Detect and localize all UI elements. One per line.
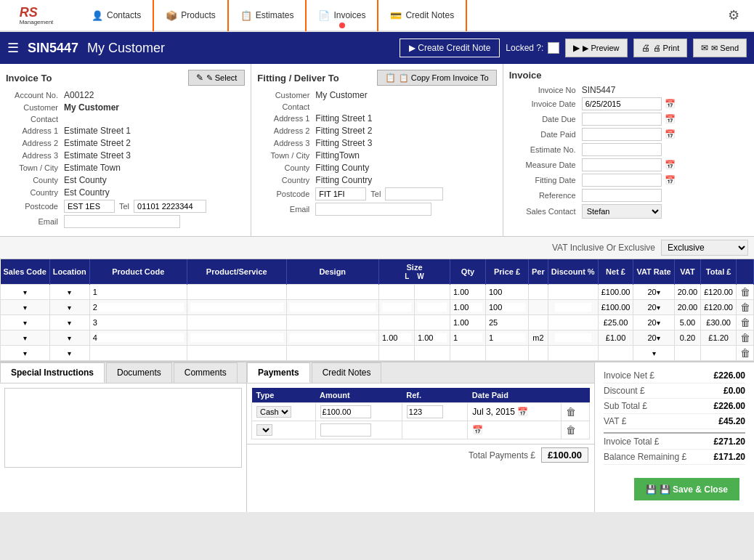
w-input[interactable] <box>418 349 447 357</box>
date-paid-input[interactable] <box>582 128 662 141</box>
product-service-input[interactable] <box>190 333 283 342</box>
product-code-input[interactable] <box>93 349 184 357</box>
vat-rate-chevron[interactable]: ▾ <box>657 334 660 342</box>
fit-postcode-input[interactable] <box>315 187 366 200</box>
copy-from-invoice-button[interactable]: 📋 📋 Copy From Invoice To <box>377 70 497 86</box>
date-due-input[interactable] <box>582 113 662 126</box>
product-code-input[interactable] <box>93 288 184 296</box>
location-chevron[interactable]: ▾ <box>68 349 71 357</box>
tab-special-instructions[interactable]: Special Instructions <box>0 362 105 383</box>
sales-code-chevron[interactable]: ▾ <box>23 349 27 357</box>
preview-button[interactable]: ▶ ▶ Preview <box>565 38 627 57</box>
sales-contact-select[interactable]: Stefan <box>582 204 662 219</box>
settings-icon[interactable]: ⚙ <box>721 7 747 23</box>
nav-credit-notes[interactable]: 💳 Credit Notes <box>378 0 467 31</box>
tab-credit-notes[interactable]: Credit Notes <box>312 362 382 383</box>
nav-products[interactable]: 📦 Products <box>154 0 228 31</box>
design-input[interactable] <box>290 333 376 342</box>
product-service-input[interactable] <box>190 288 283 296</box>
delete-row-button[interactable]: 🗑 <box>740 317 750 328</box>
qty-input[interactable] <box>453 288 482 296</box>
tel-input[interactable] <box>134 200 206 213</box>
product-service-input[interactable] <box>190 303 283 312</box>
delete-row-button[interactable]: 🗑 <box>740 286 750 298</box>
sales-code-chevron[interactable]: ▾ <box>23 304 27 312</box>
date-due-calendar-icon[interactable]: 📅 <box>665 114 676 124</box>
vat-rate-chevron[interactable]: ▾ <box>652 349 656 357</box>
qty-input[interactable] <box>453 318 482 327</box>
qty-input[interactable] <box>453 303 482 312</box>
select-button[interactable]: ✎ ✎ Select <box>188 70 246 86</box>
tab-documents[interactable]: Documents <box>106 362 172 383</box>
location-chevron[interactable]: ▾ <box>68 319 71 327</box>
payment-type-select[interactable]: Cash <box>256 406 291 418</box>
print-button[interactable]: 🖨 🖨 Print <box>633 38 688 57</box>
payment-amount-input[interactable] <box>320 405 371 418</box>
discount-input[interactable] <box>555 349 591 357</box>
email-input[interactable] <box>64 215 180 228</box>
design-input[interactable] <box>290 318 376 327</box>
special-instructions-textarea[interactable] <box>4 388 242 468</box>
delete-payment-button[interactable]: 🗑 <box>566 406 576 418</box>
postcode-input[interactable] <box>64 200 115 213</box>
sales-code-chevron[interactable]: ▾ <box>23 334 27 342</box>
l-input[interactable] <box>382 349 411 357</box>
price-input[interactable] <box>489 318 525 327</box>
l-input[interactable] <box>382 333 411 342</box>
fitting-date-input[interactable] <box>582 174 662 187</box>
qty-input[interactable] <box>453 349 482 357</box>
measure-date-input[interactable] <box>582 158 662 171</box>
l-input[interactable] <box>382 318 411 327</box>
location-chevron[interactable]: ▾ <box>68 304 71 312</box>
date-paid-calendar-icon[interactable]: 📅 <box>665 129 676 139</box>
nav-invoices[interactable]: 📄 Invoices <box>307 0 378 31</box>
tab-payments[interactable]: Payments <box>247 362 310 383</box>
payment-date-calendar-icon-empty[interactable]: 📅 <box>472 425 483 435</box>
delete-row-button[interactable]: 🗑 <box>740 347 750 359</box>
send-button[interactable]: ✉ ✉ Send <box>693 38 747 57</box>
vat-rate-chevron[interactable]: ▾ <box>657 304 660 312</box>
payment-ref-input[interactable] <box>407 405 443 418</box>
w-input[interactable] <box>418 288 447 296</box>
discount-input[interactable] <box>555 303 591 312</box>
reference-input[interactable] <box>582 189 662 202</box>
save-close-button[interactable]: 💾 💾 Save & Close <box>634 478 739 500</box>
product-code-input[interactable] <box>93 318 184 327</box>
delete-payment-button-empty[interactable]: 🗑 <box>566 424 576 436</box>
price-input[interactable] <box>489 333 525 342</box>
discount-input[interactable] <box>555 333 591 342</box>
menu-icon[interactable]: ☰ <box>7 40 19 56</box>
product-service-input[interactable] <box>190 318 283 327</box>
price-input[interactable] <box>489 288 525 296</box>
vat-exclusive-select[interactable]: Exclusive Inclusive <box>661 240 748 256</box>
l-input[interactable] <box>382 303 411 312</box>
design-input[interactable] <box>290 349 376 357</box>
create-credit-note-button[interactable]: ▶ Create Credit Note <box>400 38 500 57</box>
sales-code-chevron[interactable]: ▾ <box>23 319 27 327</box>
product-code-input[interactable] <box>93 333 184 342</box>
fit-tel-input[interactable] <box>385 187 443 200</box>
vat-rate-chevron[interactable]: ▾ <box>657 319 660 327</box>
delete-row-button[interactable]: 🗑 <box>740 332 750 344</box>
payment-amount-input-empty[interactable] <box>320 423 371 437</box>
locked-checkbox[interactable] <box>548 42 559 54</box>
nav-estimates[interactable]: 📋 Estimates <box>229 0 307 31</box>
sales-code-chevron[interactable]: ▾ <box>23 288 27 296</box>
product-service-input[interactable] <box>190 349 283 357</box>
w-input[interactable] <box>418 303 447 312</box>
w-input[interactable] <box>418 333 447 342</box>
discount-input[interactable] <box>555 288 591 296</box>
invoice-date-input[interactable] <box>582 97 662 110</box>
payment-type-select-empty[interactable] <box>256 424 272 436</box>
nav-contacts[interactable]: 👤 Contacts <box>80 0 154 31</box>
tab-comments[interactable]: Comments <box>174 362 238 383</box>
price-input[interactable] <box>489 303 525 312</box>
discount-input[interactable] <box>555 318 591 327</box>
price-input[interactable] <box>489 349 525 357</box>
delete-row-button[interactable]: 🗑 <box>740 301 750 313</box>
qty-input[interactable] <box>453 333 482 342</box>
location-chevron[interactable]: ▾ <box>68 334 71 342</box>
fit-email-input[interactable] <box>315 203 431 216</box>
location-chevron[interactable]: ▾ <box>68 288 71 296</box>
design-input[interactable] <box>290 288 376 296</box>
